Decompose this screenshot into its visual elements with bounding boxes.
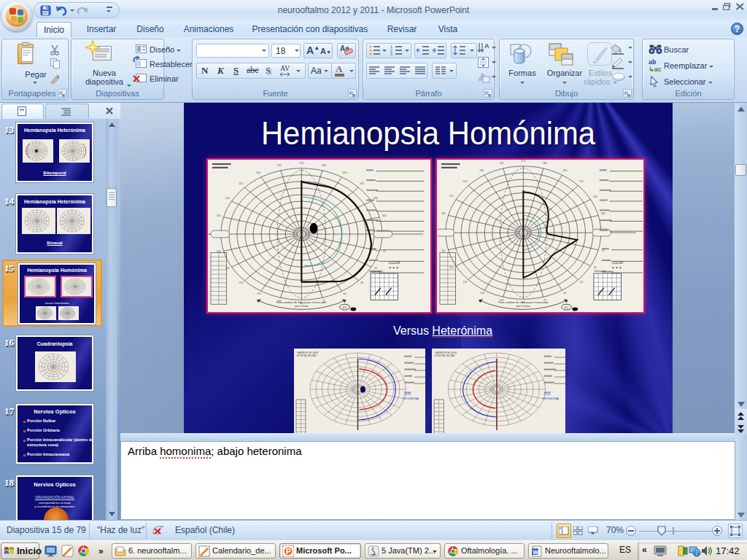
svg-text:135: 135 bbox=[462, 281, 467, 284]
svg-text:Para cambiar de lado pasar el: Para cambiar de lado pasar el marcador bbox=[276, 301, 327, 304]
svg-text:315: 315 bbox=[579, 180, 584, 183]
svg-text:4.1: 4.1 bbox=[565, 306, 568, 309]
svg-text:300: 300 bbox=[563, 169, 568, 172]
svg-text:60: 60 bbox=[564, 292, 567, 295]
svg-text:150: 150 bbox=[225, 267, 230, 270]
svg-text:165: 165 bbox=[217, 250, 221, 253]
svg-text:240: 240 bbox=[479, 169, 484, 172]
svg-text:BEAU: BEAU bbox=[404, 392, 411, 394]
svg-text:300: 300 bbox=[343, 171, 347, 174]
svg-text:A: A bbox=[484, 42, 489, 50]
svg-text:15: 15 bbox=[383, 250, 386, 253]
svg-text:240: 240 bbox=[256, 171, 260, 174]
svg-text:COLOR: COLOR bbox=[389, 261, 400, 265]
svg-text:por la linea: por la linea bbox=[516, 305, 531, 308]
svg-text:210: 210 bbox=[225, 197, 230, 200]
svg-text:Velocidad: Velocidad bbox=[594, 270, 605, 273]
svg-text:P: P bbox=[286, 548, 291, 556]
svg-text:285: 285 bbox=[322, 164, 326, 167]
svg-text:HEMI: HEMI bbox=[544, 392, 551, 394]
svg-text:195: 195 bbox=[217, 214, 221, 217]
svg-text:Para cambiar de lado pasar el: Para cambiar de lado pasar el marcador bbox=[498, 301, 549, 304]
svg-text:PROVISIONAL: PROVISIONAL bbox=[403, 397, 419, 400]
svg-text:135: 135 bbox=[239, 281, 243, 284]
svg-text:225: 225 bbox=[462, 180, 467, 183]
svg-text:60: 60 bbox=[344, 292, 347, 295]
svg-text:210: 210 bbox=[449, 195, 454, 198]
svg-text:285: 285 bbox=[543, 162, 547, 165]
svg-text:30: 30 bbox=[594, 266, 597, 269]
svg-text:195: 195 bbox=[441, 212, 446, 215]
svg-text:270: 270 bbox=[299, 162, 303, 165]
svg-text:120: 120 bbox=[257, 292, 261, 295]
svg-text:HOSPITAL MILITAR: HOSPITAL MILITAR bbox=[435, 354, 455, 357]
svg-text:270: 270 bbox=[521, 160, 525, 163]
svg-text:45: 45 bbox=[360, 281, 363, 284]
svg-text:Velocidad: Velocidad bbox=[371, 270, 382, 273]
svg-text:3: 3 bbox=[390, 52, 392, 56]
svg-text:PROVISIONAL: PROVISIONAL bbox=[543, 397, 560, 400]
svg-text:330: 330 bbox=[593, 195, 597, 198]
svg-text:45: 45 bbox=[580, 281, 583, 284]
svg-text:345: 345 bbox=[382, 214, 387, 217]
svg-text:HOSPITAL MILITAR: HOSPITAL MILITAR bbox=[297, 354, 317, 357]
svg-text:255: 255 bbox=[277, 164, 282, 167]
svg-text:225: 225 bbox=[239, 182, 243, 185]
svg-text:330: 330 bbox=[374, 197, 378, 200]
svg-text:150: 150 bbox=[449, 266, 454, 269]
svg-text:165: 165 bbox=[441, 249, 446, 252]
svg-text:255: 255 bbox=[500, 162, 504, 165]
svg-text:COLOR: COLOR bbox=[612, 261, 624, 265]
svg-text:W: W bbox=[533, 549, 539, 556]
svg-text:315: 315 bbox=[360, 182, 364, 185]
svg-text:345: 345 bbox=[601, 212, 605, 215]
svg-text:4.1: 4.1 bbox=[343, 306, 347, 309]
svg-text:120: 120 bbox=[480, 292, 484, 295]
svg-text:por la linea: por la linea bbox=[295, 305, 309, 308]
